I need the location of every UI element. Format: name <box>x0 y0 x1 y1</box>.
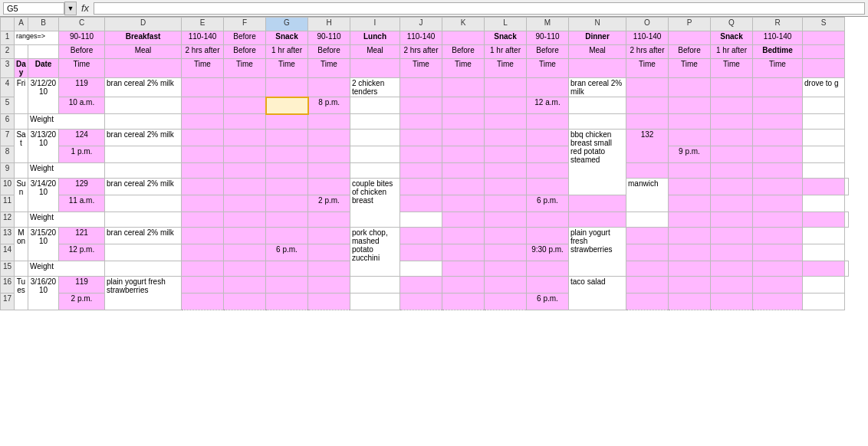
cell-q6[interactable] <box>711 114 753 130</box>
cell-m8[interactable] <box>527 146 569 163</box>
cell-r13[interactable] <box>753 228 803 244</box>
cell-a3[interactable]: Day <box>15 59 28 78</box>
cell-b12[interactable]: Weight <box>28 212 105 228</box>
cell-j10[interactable] <box>400 179 442 195</box>
cell-a15[interactable] <box>15 261 28 277</box>
cell-p14[interactable] <box>669 244 711 261</box>
cell-l7[interactable] <box>485 130 527 146</box>
cell-h1[interactable]: 90-110 <box>308 31 350 45</box>
cell-q13[interactable] <box>711 228 753 244</box>
cell-q4[interactable] <box>711 78 753 97</box>
cell-l1[interactable]: Snack <box>485 31 527 45</box>
col-header-j[interactable]: J <box>400 18 442 31</box>
cell-g9[interactable] <box>266 163 308 179</box>
cell-d4[interactable]: bran cereal 2% milk <box>105 78 182 97</box>
cell-e10[interactable] <box>182 179 224 195</box>
cell-p1[interactable] <box>669 31 711 45</box>
cell-p13[interactable] <box>669 228 711 244</box>
cell-e11[interactable] <box>182 195 224 212</box>
cell-f8[interactable] <box>224 146 266 163</box>
cell-k15[interactable] <box>485 261 527 277</box>
cell-d10[interactable]: bran cereal 2% milk <box>105 179 182 195</box>
cell-q12[interactable] <box>753 212 803 228</box>
cell-f12[interactable] <box>224 212 266 228</box>
col-header-a[interactable]: A <box>15 18 28 31</box>
col-header-h[interactable]: H <box>308 18 350 31</box>
cell-f10[interactable] <box>224 179 266 195</box>
cell-s16[interactable] <box>803 277 845 294</box>
cell-n4[interactable]: bran cereal 2% milk <box>569 78 626 97</box>
cell-e17[interactable] <box>182 294 224 310</box>
cell-g4[interactable] <box>266 78 308 97</box>
cell-r11[interactable] <box>753 195 803 212</box>
cell-f9[interactable] <box>224 163 266 179</box>
cell-p4[interactable] <box>669 78 711 97</box>
cell-m1[interactable]: 90-110 <box>527 31 569 45</box>
cell-g15[interactable] <box>266 261 308 277</box>
cell-n6[interactable] <box>569 114 626 130</box>
cell-i4[interactable]: 2 chicken tenders <box>350 78 400 97</box>
cell-d12[interactable] <box>105 212 182 228</box>
cell-q8[interactable] <box>711 146 753 163</box>
cell-c17[interactable]: 2 p.m. <box>59 294 105 310</box>
cell-c1[interactable]: 90-110 <box>59 31 105 45</box>
col-header-r[interactable]: R <box>753 18 803 31</box>
cell-h5[interactable]: 8 p.m. <box>308 97 350 114</box>
cell-m13[interactable] <box>527 228 569 244</box>
cell-h9[interactable] <box>308 163 350 179</box>
cell-s14[interactable] <box>803 244 845 261</box>
cell-a1[interactable]: ranges=> <box>15 31 59 45</box>
cell-f11[interactable] <box>224 195 266 212</box>
cell-i7[interactable] <box>350 130 400 146</box>
cell-k3[interactable]: Time <box>442 59 485 78</box>
cell-r7[interactable] <box>753 130 803 146</box>
cell-b2[interactable] <box>28 45 59 59</box>
cell-m12[interactable] <box>569 212 626 228</box>
cell-j2[interactable]: 2 hrs after <box>400 45 442 59</box>
cell-k7[interactable] <box>442 130 485 146</box>
cell-j7[interactable] <box>400 130 442 146</box>
cell-d13[interactable]: bran cereal 2% milk <box>105 228 182 244</box>
cell-d8[interactable] <box>105 146 182 163</box>
cell-i1[interactable]: Lunch <box>350 31 400 45</box>
cell-p8[interactable]: 9 p.m. <box>669 146 711 163</box>
cell-j15[interactable] <box>442 261 485 277</box>
cell-e9[interactable] <box>182 163 224 179</box>
cell-j8[interactable] <box>400 146 442 163</box>
cell-g5[interactable] <box>266 97 308 114</box>
cell-j16[interactable] <box>400 277 442 294</box>
cell-b3[interactable]: Date <box>28 59 59 78</box>
cell-g7[interactable] <box>266 130 308 146</box>
cell-h3[interactable]: Time <box>308 59 350 78</box>
cell-h11[interactable]: 2 p.m. <box>308 195 350 212</box>
col-header-e[interactable]: E <box>182 18 224 31</box>
cell-d11[interactable] <box>105 195 182 212</box>
cell-e12[interactable] <box>182 212 224 228</box>
cell-o15[interactable] <box>669 261 711 277</box>
cell-f2[interactable]: Before <box>224 45 266 59</box>
cell-m5[interactable]: 12 a.m. <box>527 97 569 114</box>
cell-b15[interactable]: Weight <box>28 261 105 277</box>
cell-j11[interactable] <box>400 195 442 212</box>
cell-f5[interactable] <box>224 97 266 114</box>
cell-o5[interactable] <box>626 97 669 114</box>
cell-s2[interactable] <box>803 45 845 59</box>
cell-e2[interactable]: 2 hrs after <box>182 45 224 59</box>
cell-d1[interactable]: Breakfast <box>105 31 182 45</box>
cell-l9[interactable] <box>485 163 527 179</box>
cell-p2[interactable]: Before <box>669 45 711 59</box>
col-header-i[interactable]: I <box>350 18 400 31</box>
cell-f6[interactable] <box>224 114 266 130</box>
cell-j17[interactable] <box>400 294 442 310</box>
cell-l15[interactable] <box>527 261 569 277</box>
cell-r9[interactable] <box>753 163 803 179</box>
cell-m7[interactable] <box>527 130 569 146</box>
cell-e6[interactable] <box>182 114 224 130</box>
cell-s10[interactable] <box>845 179 849 195</box>
cell-c2[interactable]: Before <box>59 45 105 59</box>
cell-s8[interactable] <box>803 146 845 163</box>
cell-r4[interactable] <box>753 78 803 97</box>
cell-b10[interactable]: 3/14/2010 <box>28 179 59 212</box>
cell-r14[interactable] <box>753 244 803 261</box>
cell-f13[interactable] <box>224 228 266 244</box>
